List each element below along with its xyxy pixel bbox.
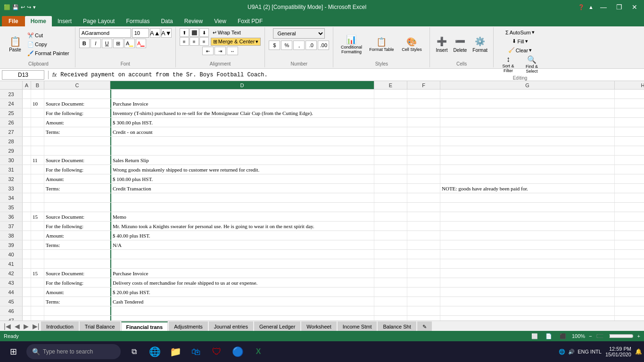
cell-f[interactable] xyxy=(407,137,440,146)
cell-e[interactable] xyxy=(374,118,407,127)
cell-h[interactable] xyxy=(615,146,644,155)
cell-e[interactable] xyxy=(374,137,407,146)
cell-f[interactable] xyxy=(407,269,440,278)
cell-b[interactable] xyxy=(31,203,44,212)
cell-h[interactable] xyxy=(615,278,644,287)
cell-d[interactable]: $ 100.00 plus HST. xyxy=(110,174,374,183)
cell-b[interactable]: 10 xyxy=(31,99,44,108)
table-row[interactable]: 38Amount: $ 40.00 plus HST. xyxy=(0,231,644,240)
cell-e[interactable] xyxy=(374,174,407,183)
percent-btn[interactable]: % xyxy=(281,41,292,50)
cell-a[interactable] xyxy=(23,278,31,287)
cell-a[interactable] xyxy=(23,250,31,259)
save-quick-btn[interactable]: 💾 xyxy=(12,4,19,10)
cell-b[interactable] xyxy=(31,174,44,183)
fill-dropdown[interactable]: ▾ xyxy=(525,38,528,44)
cell-g[interactable] xyxy=(440,306,615,315)
cell-b[interactable] xyxy=(31,137,44,146)
cell-g[interactable] xyxy=(440,108,615,117)
cell-c[interactable] xyxy=(44,146,110,155)
edge-icon[interactable]: 🌐 xyxy=(145,342,164,361)
zoom-increase-btn[interactable]: + xyxy=(637,333,640,339)
cell-d[interactable] xyxy=(110,316,374,321)
redo-quick-btn[interactable]: ↪ xyxy=(27,4,31,10)
align-right-btn[interactable]: ≡ xyxy=(199,37,209,46)
cell-h[interactable] xyxy=(615,99,644,108)
cell-b[interactable] xyxy=(31,231,44,240)
fill-color-btn[interactable]: A▁ xyxy=(124,39,135,48)
cell-c[interactable] xyxy=(44,306,110,315)
autosum-button[interactable]: Σ AutoSum ▾ xyxy=(504,28,537,36)
zoom-decrease-btn[interactable]: − xyxy=(589,333,592,339)
paste-button[interactable]: 📋 Paste xyxy=(6,36,25,53)
cell-g[interactable] xyxy=(440,99,615,108)
increase-indent-btn[interactable]: ⇥ xyxy=(215,47,226,55)
currency-btn[interactable]: $ xyxy=(269,41,280,50)
table-row[interactable]: 25For the following:Inventory (T-shirts)… xyxy=(0,108,644,118)
tab-financial-trans[interactable]: Financial trans xyxy=(121,321,168,331)
decrease-font-btn[interactable]: A▼ xyxy=(161,28,172,38)
cell-h[interactable] xyxy=(615,137,644,146)
table-row[interactable]: 47 xyxy=(0,316,644,321)
cell-h[interactable] xyxy=(615,269,644,278)
cell-a[interactable] xyxy=(23,108,31,117)
name-box[interactable] xyxy=(2,70,44,80)
cell-e[interactable] xyxy=(374,146,407,155)
cell-g[interactable] xyxy=(440,259,615,268)
cell-h[interactable] xyxy=(615,90,644,99)
table-row[interactable]: 31For the following:Wrong goods mistaken… xyxy=(0,165,644,174)
cell-f[interactable] xyxy=(407,165,440,174)
cell-d[interactable]: Memo xyxy=(110,212,374,221)
cell-a[interactable] xyxy=(23,165,31,174)
cell-c[interactable]: Amount: xyxy=(44,174,110,183)
cell-e[interactable] xyxy=(374,231,407,240)
autosum-dropdown[interactable]: ▾ xyxy=(532,29,535,35)
cell-c[interactable]: Amount: xyxy=(44,118,110,127)
cell-b[interactable] xyxy=(31,278,44,287)
cell-g[interactable]: NOTE: goods have already been paid for. xyxy=(440,184,615,193)
cell-c[interactable] xyxy=(44,259,110,268)
notification-btn[interactable]: 🔔 xyxy=(635,348,642,355)
cell-b[interactable] xyxy=(31,184,44,193)
close-btn[interactable]: ✕ xyxy=(629,2,640,12)
cell-a[interactable] xyxy=(23,90,31,99)
cell-b[interactable] xyxy=(31,316,44,321)
tab-journal-entries[interactable]: Journal entries xyxy=(209,321,253,331)
table-row[interactable]: 3615Source Document:Memo xyxy=(0,212,644,222)
cell-e[interactable] xyxy=(374,108,407,117)
decrease-decimal-btn[interactable]: .0 xyxy=(305,41,317,50)
cut-button[interactable]: ✂️ Cut xyxy=(25,32,71,40)
table-row[interactable]: 4215Source Document:Purchase Invoice xyxy=(0,269,644,278)
tab-introduction[interactable]: Introduction xyxy=(41,321,78,331)
sheet-nav-prev[interactable]: ◀ xyxy=(13,322,22,330)
cell-f[interactable] xyxy=(407,316,440,321)
cell-b[interactable]: 15 xyxy=(31,269,44,278)
page-layout-view-btn[interactable]: 📄 xyxy=(544,333,554,339)
cell-e[interactable] xyxy=(374,316,407,321)
cell-g[interactable] xyxy=(440,250,615,259)
cell-b[interactable] xyxy=(31,108,44,117)
tab-file[interactable]: File xyxy=(2,16,25,26)
cell-e[interactable] xyxy=(374,212,407,221)
explorer-icon[interactable]: 📁 xyxy=(166,342,185,361)
table-row[interactable]: 2410Source Document:Purchase Invoice xyxy=(0,99,644,108)
cell-d[interactable]: Inventory (T-shirts) purchased to re-sel… xyxy=(110,108,374,117)
cell-g[interactable] xyxy=(440,146,615,155)
cell-a[interactable] xyxy=(23,269,31,278)
format-painter-button[interactable]: 🖌️ Format Painter xyxy=(25,49,71,58)
tab-view[interactable]: View xyxy=(208,16,232,26)
cell-b[interactable] xyxy=(31,146,44,155)
cell-g[interactable] xyxy=(440,212,615,221)
font-color-btn[interactable]: A▁ xyxy=(136,39,146,48)
cell-h[interactable] xyxy=(615,193,644,202)
align-bottom-btn[interactable]: ⬇ xyxy=(199,28,209,37)
chrome-icon[interactable]: 🔵 xyxy=(228,342,247,361)
cell-c[interactable]: Source Document: xyxy=(44,212,110,221)
cell-e[interactable] xyxy=(374,222,407,230)
cell-h[interactable] xyxy=(615,156,644,165)
cell-f[interactable] xyxy=(407,306,440,315)
cell-e[interactable] xyxy=(374,127,407,136)
cell-a[interactable] xyxy=(23,127,31,136)
cell-f[interactable] xyxy=(407,297,440,306)
cell-c[interactable]: For the following: xyxy=(44,108,110,117)
